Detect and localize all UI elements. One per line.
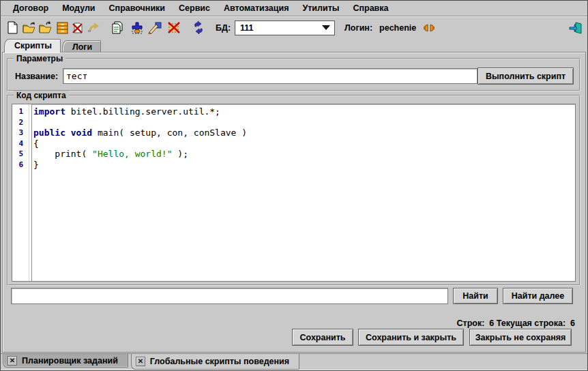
- name-input[interactable]: [63, 68, 477, 84]
- save-button[interactable]: Сохранить: [292, 329, 353, 346]
- card-file-icon[interactable]: [55, 20, 70, 35]
- code-editor[interactable]: 1import bitel.billing.server.util.*;23pu…: [12, 104, 576, 282]
- delete-document-icon[interactable]: [70, 20, 85, 35]
- code-line: 2: [12, 117, 575, 128]
- close-icon[interactable]: ✕: [8, 356, 17, 366]
- connect-icon[interactable]: [422, 20, 437, 35]
- find-button[interactable]: Найти: [453, 288, 498, 304]
- code-text: }: [29, 160, 39, 170]
- bottom-tabbar: ✕Планировщик заданий✕Глобальные скрипты …: [1, 353, 587, 370]
- db-combobox[interactable]: 111: [235, 20, 335, 35]
- bottom-tab-label: Планировщик заданий: [22, 356, 118, 366]
- line-number: 4: [12, 138, 29, 149]
- delete-item-icon[interactable]: [166, 20, 181, 35]
- bottom-tab-label: Глобальные скрипты поведения: [150, 357, 289, 366]
- params-groupbox: Параметры Название: Выполнить скрипт: [7, 58, 580, 91]
- code-text: {: [29, 138, 39, 149]
- close-without-saving-button[interactable]: Закрыть не сохраняя: [469, 329, 572, 346]
- code-line: 6}: [12, 160, 575, 170]
- menu-item-3[interactable]: Справочники: [102, 1, 172, 16]
- application-window: ДоговорМодулиСправочникиСервисАвтоматиза…: [0, 0, 588, 371]
- edit-item-icon[interactable]: [147, 20, 162, 35]
- menu-item-5[interactable]: Автоматизация: [217, 1, 295, 16]
- menu-item-4[interactable]: Сервис: [172, 1, 217, 16]
- code-line: 5 print( "Hello, world!" );: [12, 149, 575, 160]
- menu-item-2[interactable]: Модули: [55, 1, 102, 16]
- line-number: 6: [12, 160, 29, 170]
- code-text: print( "Hello, world!" );: [29, 149, 188, 160]
- tab-2[interactable]: Логи: [62, 40, 101, 52]
- close-icon[interactable]: ✕: [136, 357, 145, 366]
- search-input[interactable]: [11, 288, 448, 304]
- line-number: 5: [12, 149, 29, 160]
- exit-icon[interactable]: [568, 20, 583, 35]
- run-script-button[interactable]: Выполнить скрипт: [477, 68, 574, 85]
- toolbar: БД: 111 Логин: pechenie: [1, 16, 587, 39]
- find-next-button[interactable]: Найти далее: [503, 288, 573, 304]
- current-line-value: 6: [570, 318, 575, 328]
- chevron-down-icon: [322, 25, 330, 30]
- code-line: 4{: [12, 138, 575, 149]
- code-text: import bitel.billing.server.util.*;: [29, 106, 220, 117]
- tab-1[interactable]: Скрипты: [4, 39, 61, 53]
- bottom-tab-1[interactable]: ✕Планировщик заданий: [3, 354, 128, 368]
- login-value: pechenie: [379, 23, 416, 33]
- refresh-icon[interactable]: [191, 20, 206, 35]
- bottom-tab-2[interactable]: ✕Глобальные скрипты поведения: [131, 354, 299, 370]
- login-label: Логин:: [344, 23, 372, 33]
- code-text: public void main( setup, con, conSlave ): [29, 128, 247, 138]
- redo-arrow-icon[interactable]: [87, 20, 102, 35]
- code-line: 3public void main( setup, con, conSlave …: [12, 128, 575, 138]
- open-folder-icon[interactable]: [22, 20, 37, 35]
- name-label: Название:: [15, 72, 58, 81]
- scripts-tab-panel: Параметры Название: Выполнить скрипт Код…: [2, 52, 586, 353]
- code-group-title: Код скрипта: [14, 91, 69, 100]
- code-groupbox: Код скрипта 1import bitel.billing.server…: [7, 95, 580, 286]
- code-lines: 1import bitel.billing.server.util.*;23pu…: [12, 106, 575, 170]
- code-text: [29, 117, 33, 128]
- save-and-close-button[interactable]: Сохранить и закрыть: [358, 329, 464, 346]
- line-number: 2: [12, 117, 29, 128]
- current-line-label: Текущая строка:: [497, 318, 565, 328]
- db-combobox-value: 111: [240, 23, 253, 33]
- lines-count-label: Строк:: [457, 318, 485, 328]
- menu-item-1[interactable]: Договор: [6, 1, 55, 16]
- menubar: ДоговорМодулиСправочникиСервисАвтоматиза…: [1, 1, 587, 16]
- db-label: БД:: [216, 23, 231, 33]
- top-tabbar: СкриптыЛоги: [1, 39, 587, 52]
- params-group-title: Параметры: [14, 54, 65, 63]
- code-line: 1import bitel.billing.server.util.*;: [12, 106, 575, 117]
- menu-item-6[interactable]: Утилиты: [295, 1, 346, 16]
- copy-icon[interactable]: [110, 20, 125, 35]
- add-item-icon[interactable]: [130, 20, 145, 35]
- new-document-icon[interactable]: [5, 20, 20, 35]
- menu-item-7[interactable]: Справка: [346, 1, 395, 16]
- line-number: 3: [12, 128, 29, 138]
- open-folder-alt-icon[interactable]: [38, 20, 53, 35]
- line-number: 1: [12, 106, 29, 117]
